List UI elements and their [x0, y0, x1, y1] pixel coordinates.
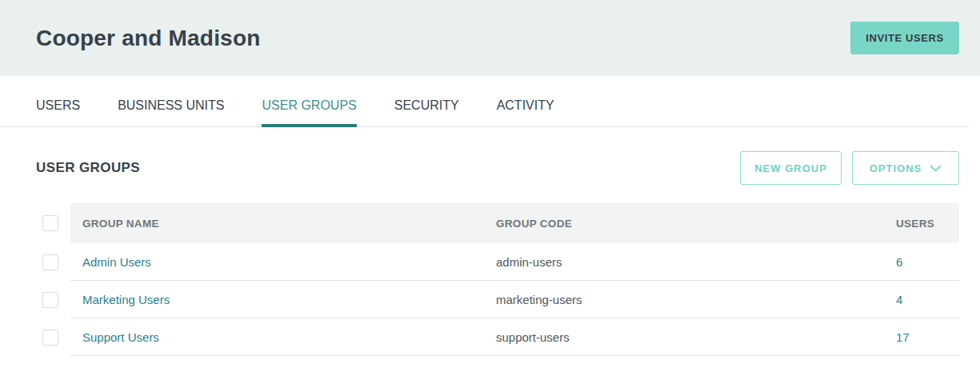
row-checkbox[interactable] — [42, 330, 58, 346]
group-name-link[interactable]: Admin Users — [82, 255, 151, 269]
table-column-headers: GROUP NAME GROUP CODE USERS — [70, 203, 959, 243]
select-all-cell — [36, 203, 70, 243]
table-header-row: GROUP NAME GROUP CODE USERS — [36, 203, 959, 243]
group-name-link[interactable]: Marketing Users — [82, 293, 170, 306]
column-header-group-code: GROUP CODE — [496, 218, 896, 230]
invite-users-button[interactable]: INVITE USERS — [850, 22, 959, 54]
tab-activity[interactable]: ACTIVITY — [497, 76, 554, 126]
tab-bar: USERS BUSINESS UNITS USER GROUPS SECURIT… — [0, 76, 969, 127]
tab-label: ACTIVITY — [497, 98, 554, 112]
section-actions: NEW GROUP OPTIONS — [740, 151, 959, 185]
page-title: Cooper and Madison — [36, 26, 261, 51]
tab-label: BUSINESS UNITS — [118, 98, 224, 112]
tab-business-units[interactable]: BUSINESS UNITS — [118, 76, 224, 126]
group-code-text: admin-users — [496, 255, 896, 269]
row-checkbox-cell — [36, 281, 70, 318]
top-header: Cooper and Madison INVITE USERS — [0, 0, 980, 76]
users-count-link[interactable]: 4 — [896, 293, 902, 306]
options-button[interactable]: OPTIONS — [852, 151, 959, 185]
tab-security[interactable]: SECURITY — [394, 76, 459, 126]
tab-label: USER GROUPS — [262, 98, 356, 112]
tab-label: USERS — [36, 98, 80, 112]
new-group-button[interactable]: NEW GROUP — [740, 151, 842, 185]
tab-users[interactable]: USERS — [36, 76, 80, 126]
section-header: USER GROUPS NEW GROUP OPTIONS — [0, 151, 980, 185]
options-button-label: OPTIONS — [870, 162, 922, 174]
column-header-group-name: GROUP NAME — [82, 218, 496, 230]
row-checkbox-cell — [36, 318, 70, 356]
user-groups-table: GROUP NAME GROUP CODE USERS Admin Users … — [36, 203, 959, 356]
users-count-link[interactable]: 17 — [896, 330, 910, 344]
group-code-text: marketing-users — [496, 293, 896, 306]
users-count-link[interactable]: 6 — [896, 255, 902, 269]
section-title: USER GROUPS — [36, 160, 140, 176]
group-name-link[interactable]: Support Users — [82, 330, 159, 344]
table-row: Support Users support-users 17 — [36, 318, 959, 356]
group-code-text: support-users — [496, 330, 896, 344]
table-row: Marketing Users marketing-users 4 — [36, 281, 959, 318]
row-checkbox-cell — [36, 243, 70, 281]
row-checkbox[interactable] — [42, 254, 58, 270]
select-all-checkbox[interactable] — [42, 215, 58, 231]
tab-user-groups[interactable]: USER GROUPS — [262, 76, 356, 126]
chevron-down-icon — [930, 165, 942, 172]
column-header-users: USERS — [896, 218, 959, 230]
table-row: Admin Users admin-users 6 — [36, 243, 959, 281]
row-checkbox[interactable] — [42, 292, 58, 308]
table-body: Admin Users admin-users 6 Marketing User… — [36, 243, 959, 356]
tab-label: SECURITY — [394, 98, 459, 112]
